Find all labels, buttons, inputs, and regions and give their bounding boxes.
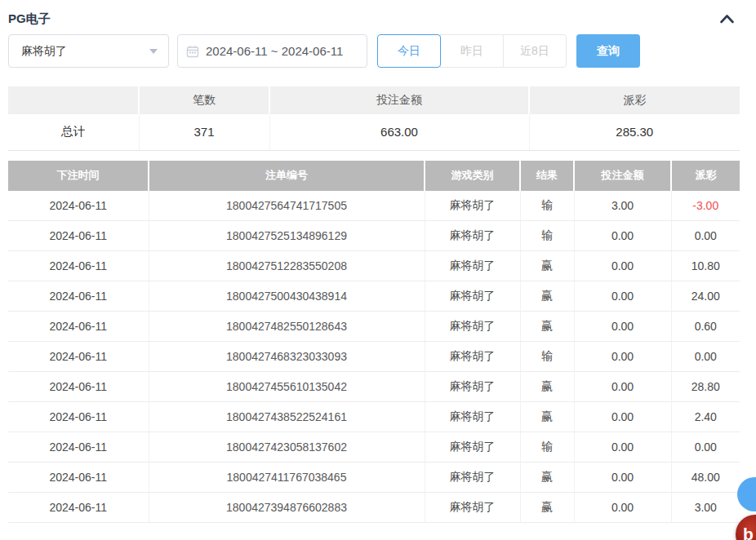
cell-bet-time: 2024-06-11 <box>8 191 149 221</box>
cell-game-type: 麻将胡了 <box>425 372 520 402</box>
cell-game-type: 麻将胡了 <box>425 432 520 463</box>
cell-bet-id: 1800427438522524161 <box>149 402 425 432</box>
yesterday-button[interactable]: 昨日 <box>440 34 504 68</box>
cell-bet-amount: 3.00 <box>574 191 671 221</box>
cell-game-type: 麻将胡了 <box>425 281 520 312</box>
cell-bet-amount: 0.00 <box>574 342 671 372</box>
filter-bar: 麻将胡了 2024-06-11 ~ 2024-06-11 今日 昨日 近8日 查… <box>8 34 756 68</box>
query-button[interactable]: 查询 <box>576 34 640 68</box>
cell-bet-time: 2024-06-11 <box>8 221 149 251</box>
summary-header-bet-amount: 投注金额 <box>269 86 529 114</box>
cell-bet-amount: 0.00 <box>574 463 671 493</box>
customer-service-button[interactable] <box>737 477 756 511</box>
cell-payout: -3.00 <box>671 191 740 221</box>
cell-payout: 10.80 <box>671 251 740 281</box>
date-range-input[interactable]: 2024-06-11 ~ 2024-06-11 <box>177 34 367 68</box>
header-payout: 派彩 <box>671 161 740 191</box>
table-row: 2024-06-11 1800427468323033093 麻将胡了 输 0.… <box>8 342 740 372</box>
cell-bet-time: 2024-06-11 <box>8 463 149 493</box>
table-row: 2024-06-11 1800427525134896129 麻将胡了 输 0.… <box>8 221 740 251</box>
table-row: 2024-06-11 1800427438522524161 麻将胡了 赢 0.… <box>8 402 740 432</box>
cell-bet-time: 2024-06-11 <box>8 493 149 523</box>
summary-total-label: 总计 <box>8 114 139 150</box>
cell-bet-amount: 0.00 <box>574 402 671 432</box>
calendar-icon <box>186 45 199 58</box>
cell-game-type: 麻将胡了 <box>425 342 520 372</box>
cell-bet-time: 2024-06-11 <box>8 312 149 342</box>
cell-bet-id: 1800427423058137602 <box>149 432 425 463</box>
cell-result: 输 <box>520 191 574 221</box>
cell-bet-id: 1800427525134896129 <box>149 221 425 251</box>
cell-payout: 24.00 <box>671 281 740 312</box>
cell-bet-amount: 0.00 <box>574 221 671 251</box>
cell-game-type: 麻将胡了 <box>425 493 520 523</box>
cell-result: 输 <box>520 221 574 251</box>
header-result: 结果 <box>520 161 574 191</box>
summary-total-bet-amount: 663.00 <box>269 114 529 150</box>
table-row: 2024-06-11 1800427564741717505 麻将胡了 输 3.… <box>8 191 740 221</box>
table-row: 2024-06-11 1800427411767038465 麻将胡了 赢 0.… <box>8 463 740 493</box>
cell-payout: 3.00 <box>671 493 740 523</box>
page-title: PG电子 <box>8 11 51 27</box>
cell-payout: 0.60 <box>671 312 740 342</box>
table-row: 2024-06-11 1800427394876602883 麻将胡了 赢 0.… <box>8 493 740 523</box>
table-row: 2024-06-11 1800427455610135042 麻将胡了 赢 0.… <box>8 372 740 402</box>
header-bet-amount: 投注金额 <box>574 161 671 191</box>
summary-header-payout: 派彩 <box>529 86 740 114</box>
today-button[interactable]: 今日 <box>377 34 441 68</box>
cell-game-type: 麻将胡了 <box>425 463 520 493</box>
cell-bet-amount: 0.00 <box>574 251 671 281</box>
summary-header-count: 笔数 <box>139 86 269 114</box>
cell-game-type: 麻将胡了 <box>425 221 520 251</box>
collapse-panel-button[interactable] <box>719 14 735 24</box>
cell-result: 赢 <box>520 463 574 493</box>
cell-bet-id: 1800427500430438914 <box>149 281 425 312</box>
cell-bet-time: 2024-06-11 <box>8 342 149 372</box>
bets-table-body: 2024-06-11 1800427564741717505 麻将胡了 输 3.… <box>8 191 740 523</box>
cell-payout: 48.00 <box>671 463 740 493</box>
cell-payout: 2.40 <box>671 402 740 432</box>
summary-header-row: 笔数 投注金额 派彩 <box>8 86 740 114</box>
cell-bet-id: 1800427482550128643 <box>149 312 425 342</box>
cell-result: 赢 <box>520 281 574 312</box>
summary-table: 笔数 投注金额 派彩 总计 371 663.00 285.30 <box>8 86 740 151</box>
cell-payout: 0.00 <box>671 221 740 251</box>
summary-total-payout: 285.30 <box>529 114 740 150</box>
summary-header-blank <box>8 86 139 114</box>
cell-bet-id: 1800427468323033093 <box>149 342 425 372</box>
cell-bet-id: 1800427411767038465 <box>149 463 425 493</box>
cell-result: 赢 <box>520 493 574 523</box>
header-game-type: 游戏类别 <box>425 161 520 191</box>
cell-bet-time: 2024-06-11 <box>8 281 149 312</box>
cell-payout: 28.80 <box>671 372 740 402</box>
chevron-up-icon <box>719 14 735 24</box>
cell-result: 赢 <box>520 312 574 342</box>
cell-game-type: 麻将胡了 <box>425 402 520 432</box>
cell-result: 输 <box>520 342 574 372</box>
cell-bet-id: 1800427564741717505 <box>149 191 425 221</box>
cell-game-type: 麻将胡了 <box>425 251 520 281</box>
table-row: 2024-06-11 1800427500430438914 麻将胡了 赢 0.… <box>8 281 740 312</box>
chevron-down-icon <box>149 49 158 58</box>
table-row: 2024-06-11 1800427423058137602 麻将胡了 输 0.… <box>8 432 740 463</box>
cell-bet-time: 2024-06-11 <box>8 251 149 281</box>
cell-result: 输 <box>520 432 574 463</box>
cell-bet-time: 2024-06-11 <box>8 372 149 402</box>
cell-bet-id: 1800427512283550208 <box>149 251 425 281</box>
date-range-value: 2024-06-11 ~ 2024-06-11 <box>206 44 343 58</box>
cell-result: 赢 <box>520 402 574 432</box>
table-row: 2024-06-11 1800427512283550208 麻将胡了 赢 0.… <box>8 251 740 281</box>
cell-bet-amount: 0.00 <box>574 281 671 312</box>
cell-bet-time: 2024-06-11 <box>8 402 149 432</box>
panel-header: PG电子 <box>0 0 756 28</box>
table-row: 2024-06-11 1800427482550128643 麻将胡了 赢 0.… <box>8 312 740 342</box>
cell-result: 赢 <box>520 372 574 402</box>
cell-bet-id: 1800427394876602883 <box>149 493 425 523</box>
bets-table: 下注时间 注单编号 游戏类别 结果 投注金额 派彩 2024-06-11 180… <box>8 161 740 524</box>
last-8-days-button[interactable]: 近8日 <box>503 34 567 68</box>
cell-bet-amount: 0.00 <box>574 312 671 342</box>
game-select[interactable]: 麻将胡了 <box>8 34 169 68</box>
cell-bet-amount: 0.00 <box>574 432 671 463</box>
header-bet-time: 下注时间 <box>8 161 149 191</box>
bets-header-row: 下注时间 注单编号 游戏类别 结果 投注金额 派彩 <box>8 161 740 191</box>
